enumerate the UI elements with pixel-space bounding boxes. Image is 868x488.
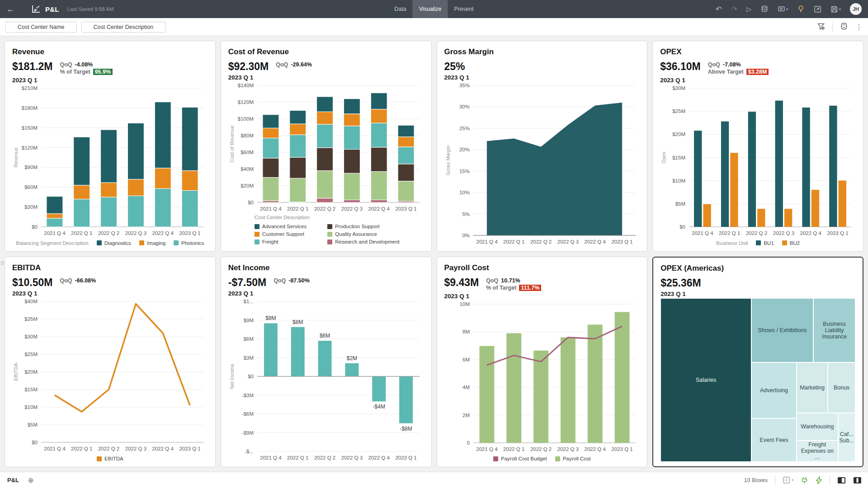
svg-text:2021 Q 4: 2021 Q 4 xyxy=(260,455,282,460)
svg-text:$80M: $80M xyxy=(241,133,254,138)
opex-chart[interactable]: $0$5M$10M$15M$20M$25M$30M2021 Q 42022 Q … xyxy=(660,84,856,238)
legend-item[interactable]: Advanced Services xyxy=(255,224,307,229)
legend-item[interactable]: BU2 xyxy=(782,240,800,246)
filter-funnel-icon[interactable] xyxy=(817,22,825,32)
chart-svg[interactable]: 02M4M6M8M10M2021 Q 42022 Q 12022 Q 22022… xyxy=(444,300,640,454)
kpi-period: 2023 Q 1 xyxy=(228,74,424,81)
svg-text:-$...: -$... xyxy=(245,449,254,454)
data-plug-icon[interactable] xyxy=(801,476,808,484)
limit-values-icon[interactable] xyxy=(840,22,848,32)
chart-svg[interactable]: $0$30M$60M$90M$120M$150M$180M$210M2021 Q… xyxy=(12,84,208,238)
kpi-value: $25.36M xyxy=(660,277,701,289)
treemap-node[interactable]: Marketing xyxy=(797,362,828,413)
legend-item[interactable]: Research and Development xyxy=(327,239,400,244)
legend-item[interactable]: Payroll Cost Budget xyxy=(493,456,547,461)
drag-handle-icon[interactable]: ⠿ xyxy=(0,261,4,267)
legend-item[interactable]: Imaging xyxy=(139,240,165,246)
top-bar: ← P&L Last Saved 9:58 AM Data Visualize … xyxy=(0,0,868,18)
legend-item[interactable]: Photonics xyxy=(174,240,204,246)
gross-margin-chart[interactable]: 0%5%10%15%20%25%30%35%2021 Q 42022 Q 120… xyxy=(444,82,640,246)
treemap-node[interactable]: Freight Expenses on ... xyxy=(797,441,838,462)
treemap-node[interactable]: Salaries xyxy=(660,298,751,462)
add-canvas-icon[interactable]: ⊕ xyxy=(28,476,34,484)
chart-svg[interactable]: $0$5M$10M$15M$20M$25M$30M$35M$40M2021 Q … xyxy=(12,298,208,453)
revenue-legend: Balancing Segment DescriptionDiagnostics… xyxy=(12,238,208,247)
kpi-row: % of Target95.9% xyxy=(60,69,113,75)
card-cost-of-revenue[interactable]: Cost of Revenue $92.30M QoQ-29.64% 2023 … xyxy=(221,41,432,252)
ebitda-legend: EBITDA xyxy=(12,453,208,462)
svg-text:10%: 10% xyxy=(459,190,469,195)
revenue-chart[interactable]: $0$30M$60M$90M$120M$150M$180M$210M2021 Q… xyxy=(12,84,208,238)
filter-chip-cost-center-description[interactable]: Cost Center Description xyxy=(81,22,166,33)
svg-text:Opex: Opex xyxy=(661,151,666,164)
svg-text:2022 Q 4: 2022 Q 4 xyxy=(152,230,174,236)
svg-text:$30M: $30M xyxy=(672,85,685,91)
legend-item[interactable]: Production Support xyxy=(327,224,400,229)
back-icon[interactable]: ← xyxy=(6,5,22,14)
panel-right-toggle-icon[interactable] xyxy=(837,477,846,484)
kpi-value: $9.43M xyxy=(444,277,479,288)
save-icon[interactable]: ▾ xyxy=(830,5,841,13)
treemap-node[interactable]: Shows / Exhibitions xyxy=(751,298,813,362)
opex-americas-treemap[interactable]: SalariesShows / ExhibitionsBusiness Liab… xyxy=(660,298,855,462)
chart-svg[interactable]: $0$5M$10M$15M$20M$25M$30M2021 Q 42022 Q … xyxy=(660,84,856,238)
refresh-data-icon[interactable] xyxy=(760,5,769,13)
chart-svg[interactable]: $0$20M$40M$60M$80M$100M$120M$140M2021 Q … xyxy=(228,82,424,213)
svg-text:$60M: $60M xyxy=(241,150,254,155)
card-ebitda[interactable]: EBITDA $10.50M QoQ-66.08% 2023 Q 1 $0$5M… xyxy=(5,257,216,468)
user-avatar[interactable]: JH xyxy=(850,3,862,15)
svg-text:2022 Q 4: 2022 Q 4 xyxy=(800,230,822,236)
mode-tabs: Data Visualize Present xyxy=(388,0,480,18)
undo-icon[interactable]: ↶ xyxy=(716,5,722,13)
legend-swatch-icon xyxy=(327,239,332,244)
panel-center-toggle-icon[interactable] xyxy=(853,477,862,484)
chart-svg[interactable]: 0%5%10%15%20%25%30%35%2021 Q 42022 Q 120… xyxy=(444,82,640,246)
auto-apply-bolt-icon[interactable] xyxy=(816,476,822,484)
legend-item[interactable]: Payroll Cost xyxy=(555,456,591,461)
ebitda-chart[interactable]: $0$5M$10M$15M$20M$25M$30M$35M$40M2021 Q … xyxy=(12,298,208,453)
canvas-tab-bar: P&L ⊕ 10 Boxes ▾ xyxy=(0,472,868,488)
kpi-period: 2023 Q 1 xyxy=(444,293,640,300)
chart-svg[interactable]: $1...$9M$6M$3M$0-$3M-$6M-$9M-$...2021 Q … xyxy=(228,298,424,462)
insights-lightbulb-icon[interactable] xyxy=(797,5,805,13)
svg-text:$30M: $30M xyxy=(24,334,38,339)
tab-data[interactable]: Data xyxy=(388,0,412,18)
cost-of-revenue-chart[interactable]: $0$20M$40M$60M$80M$100M$120M$140M2021 Q … xyxy=(228,82,424,213)
payroll-cost-chart[interactable]: 02M4M6M8M10M2021 Q 42022 Q 12022 Q 22022… xyxy=(444,300,640,454)
legend-item[interactable]: Freight xyxy=(255,239,307,244)
treemap-node[interactable]: Advertising xyxy=(751,362,797,419)
treemap-node[interactable]: Bonus xyxy=(828,362,855,413)
card-opex[interactable]: OPEX $36.10M QoQ-7.08%Above Target$3.28M… xyxy=(652,41,863,252)
legend-item[interactable]: BU1 xyxy=(756,240,774,246)
treemap-node[interactable]: Business Liability Insurance xyxy=(813,298,855,362)
card-revenue[interactable]: Revenue $181.2M QoQ-4.08%% of Target95.9… xyxy=(5,41,216,252)
card-payroll-cost[interactable]: Payroll Cost $9.43M QoQ10.71%% of Target… xyxy=(437,257,648,468)
tab-present[interactable]: Present xyxy=(448,0,480,18)
run-icon[interactable]: ▷ xyxy=(746,6,751,12)
comments-icon[interactable]: ▾ xyxy=(778,5,788,13)
canvas-tab-pnl[interactable]: P&L xyxy=(6,477,22,483)
more-menu-icon[interactable]: ⋮ xyxy=(855,23,863,31)
legend-item[interactable]: Customer Support xyxy=(255,231,307,237)
svg-text:$5M: $5M xyxy=(675,201,685,206)
svg-text:2021 Q 4: 2021 Q 4 xyxy=(476,446,498,452)
svg-text:2021 Q 4: 2021 Q 4 xyxy=(476,239,498,244)
treemap-node[interactable]: Event Fees xyxy=(751,418,797,462)
card-net-income[interactable]: Net Income -$7.50M QoQ-87.50% 2023 Q 1 $… xyxy=(221,257,432,468)
card-gross-margin[interactable]: Gross Margin 25% 2023 Q 1 0%5%10%15%20%2… xyxy=(437,41,648,252)
svg-text:$60M: $60M xyxy=(24,184,38,190)
treemap-node[interactable]: Caf... Sub... xyxy=(838,413,855,462)
treemap-node[interactable]: Warehousing xyxy=(797,413,838,440)
legend-item[interactable]: EBITDA xyxy=(97,456,123,461)
tab-visualize[interactable]: Visualize xyxy=(413,0,448,18)
net-income-chart[interactable]: $1...$9M$6M$3M$0-$3M-$6M-$9M-$...2021 Q … xyxy=(228,298,424,462)
svg-text:10M: 10M xyxy=(459,301,469,307)
canvas-layout-icon[interactable]: ▾ xyxy=(783,476,793,484)
card-opex-americas[interactable]: OPEX (Americas) $25.36M 2023 Q 1 Salarie… xyxy=(652,257,863,468)
legend-item[interactable]: Quality Assurance xyxy=(327,231,400,237)
filter-chip-cost-center-name[interactable]: Cost Center Name xyxy=(5,22,77,33)
legend-item[interactable]: Diagnostics xyxy=(97,240,131,246)
svg-text:2022 Q 3: 2022 Q 3 xyxy=(125,446,146,451)
svg-text:2021 Q 4: 2021 Q 4 xyxy=(260,206,282,211)
open-in-new-window-icon[interactable] xyxy=(814,5,821,13)
